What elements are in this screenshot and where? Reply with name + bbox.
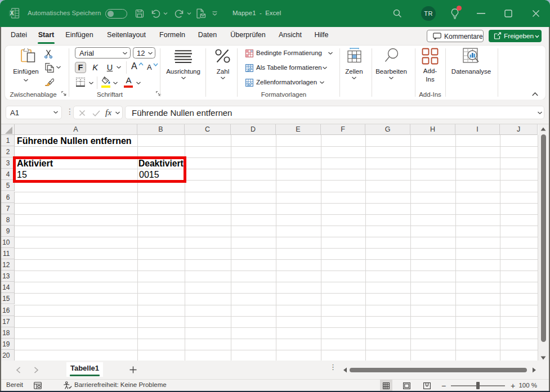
svg-text:X: X [10, 10, 14, 16]
